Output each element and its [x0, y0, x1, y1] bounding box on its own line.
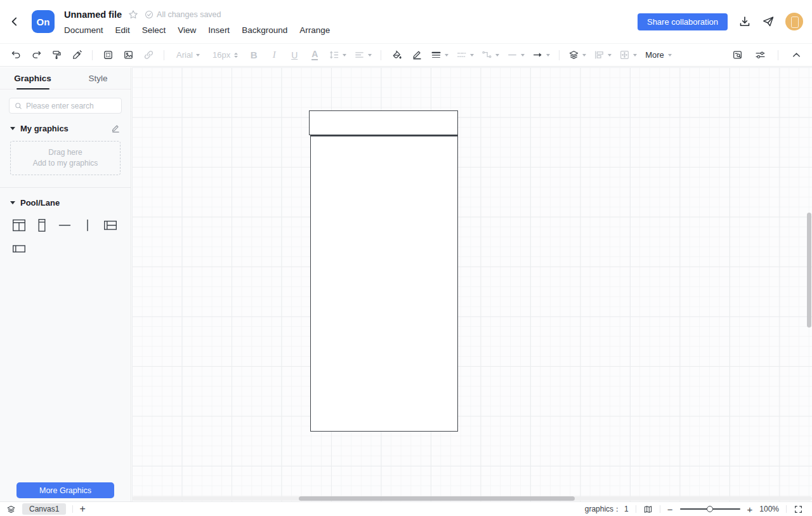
menu-document[interactable]: Document — [64, 25, 103, 35]
avatar[interactable] — [785, 13, 803, 30]
pool-lane-header[interactable]: Pool/Lane — [10, 198, 121, 208]
theme-style-icon[interactable] — [100, 47, 116, 63]
fill-color-button[interactable] — [388, 47, 405, 63]
tab-style[interactable]: Style — [65, 67, 131, 89]
italic-button[interactable]: I — [266, 47, 282, 63]
zoom-in-button[interactable]: + — [747, 505, 753, 514]
align-objects-button[interactable] — [592, 47, 613, 63]
back-icon[interactable] — [9, 16, 20, 27]
zoom-out-button[interactable]: − — [667, 505, 673, 514]
line-height-button[interactable] — [327, 47, 348, 63]
zoom-controls: graphics： 1 − + 100% — [585, 504, 812, 515]
toolbar-separator — [381, 50, 381, 60]
menu-arrange[interactable]: Arrange — [299, 25, 330, 35]
saved-check-icon — [145, 10, 154, 19]
font-family-select[interactable]: Arial — [171, 47, 205, 63]
chevron-down-icon — [668, 54, 672, 56]
menu-insert[interactable]: Insert — [208, 25, 230, 35]
footer-separator — [660, 505, 660, 513]
canvas-tab[interactable]: Canvas1 — [22, 503, 66, 515]
line-width-button[interactable] — [429, 47, 450, 63]
vertical-scrollbar-thumb[interactable] — [807, 213, 811, 327]
menu-edit[interactable]: Edit — [115, 25, 130, 35]
more-button[interactable]: More — [643, 50, 674, 60]
connector-type-button[interactable] — [480, 47, 501, 63]
main-menu: Document Edit Select View Insert Backgro… — [64, 25, 330, 35]
footer-separator — [72, 505, 73, 513]
zoom-slider[interactable] — [680, 505, 740, 513]
title-row: Unnamed file All changes saved — [64, 8, 221, 21]
magic-pen-icon[interactable] — [69, 47, 85, 63]
font-size-input[interactable]: 16px — [209, 47, 242, 63]
chevron-down-icon — [582, 54, 586, 56]
menu-view[interactable]: View — [178, 25, 196, 35]
diagram-canvas[interactable] — [132, 67, 812, 501]
insert-image-icon[interactable] — [120, 47, 136, 63]
add-canvas-button[interactable]: + — [79, 504, 85, 514]
text-align-button[interactable] — [352, 47, 374, 63]
edit-pencil-icon[interactable] — [111, 124, 121, 133]
chevron-down-icon — [368, 54, 372, 56]
chevron-down-icon — [470, 54, 474, 56]
menu-select[interactable]: Select — [142, 25, 166, 35]
graphics-count-label: graphics： — [585, 504, 621, 515]
shape-horizontal-line[interactable] — [56, 216, 73, 234]
star-icon[interactable] — [128, 10, 138, 20]
download-icon[interactable] — [738, 15, 751, 28]
send-icon[interactable] — [762, 15, 775, 28]
search-icon — [15, 102, 22, 110]
arrow-style-button[interactable] — [530, 47, 552, 63]
shape-horizontal-pool[interactable] — [10, 240, 27, 257]
pool-shape-title-band[interactable] — [309, 110, 458, 135]
canvas-tabs-area: Canvas1 + — [0, 503, 86, 515]
shape-vertical-line[interactable] — [79, 216, 96, 234]
menu-background[interactable]: Background — [242, 25, 287, 35]
minimap-icon[interactable] — [643, 505, 653, 514]
footer-separator — [636, 505, 636, 513]
line-style-button[interactable] — [454, 47, 476, 63]
sidebar-divider — [0, 187, 131, 188]
link-icon[interactable] — [140, 47, 157, 63]
fullscreen-icon[interactable] — [794, 505, 803, 514]
layers-icon[interactable] — [6, 505, 16, 514]
layer-order-button[interactable] — [566, 47, 588, 63]
sidebar-tabs: Graphics Style — [0, 67, 131, 89]
graphics-count-value: 1 — [624, 505, 629, 513]
chevron-down-icon — [343, 54, 346, 56]
my-graphics-header[interactable]: My graphics — [10, 124, 121, 133]
toolbar-separator — [164, 50, 164, 60]
line-cap-button[interactable] — [505, 47, 527, 63]
find-replace-button[interactable] — [729, 47, 745, 63]
font-size-stepper[interactable] — [234, 53, 238, 58]
font-color-button[interactable]: A — [306, 47, 323, 63]
toolbar-separator — [778, 50, 778, 60]
header-actions: Share collaboration — [638, 0, 803, 43]
zoom-slider-handle[interactable] — [707, 506, 713, 512]
format-toolbar: Arial 16px B I U A — [0, 43, 812, 67]
collapse-toolbar-button[interactable] — [788, 47, 804, 63]
more-graphics-button[interactable]: More Graphics — [16, 482, 114, 498]
footer-separator — [786, 505, 787, 513]
format-painter-icon[interactable] — [48, 47, 65, 63]
share-collaboration-button[interactable]: Share collaboration — [638, 13, 728, 30]
tab-graphics[interactable]: Graphics — [0, 67, 65, 89]
underline-button[interactable]: U — [286, 47, 303, 63]
shape-vertical-pool-two-lanes[interactable] — [10, 216, 27, 234]
preferences-sliders-button[interactable] — [752, 47, 768, 63]
file-title[interactable]: Unnamed file — [64, 10, 122, 20]
undo-button[interactable] — [8, 47, 24, 63]
line-color-button[interactable] — [409, 47, 425, 63]
bold-button[interactable]: B — [246, 47, 262, 63]
zoom-level[interactable]: 100% — [759, 505, 779, 513]
my-graphics-dropzone[interactable]: Drag here Add to my graphics — [10, 141, 121, 175]
chevron-down-icon — [495, 54, 499, 56]
shape-search — [9, 98, 122, 114]
shape-horizontal-pool-two-lanes[interactable] — [102, 216, 119, 234]
redo-button[interactable] — [28, 47, 44, 63]
app-logo[interactable]: On — [32, 10, 55, 33]
search-input[interactable] — [26, 102, 116, 110]
shape-vertical-pool[interactable] — [33, 216, 50, 234]
pool-shape-body[interactable] — [310, 135, 458, 432]
auto-size-button[interactable] — [617, 47, 639, 63]
horizontal-scrollbar-thumb[interactable] — [299, 496, 575, 501]
